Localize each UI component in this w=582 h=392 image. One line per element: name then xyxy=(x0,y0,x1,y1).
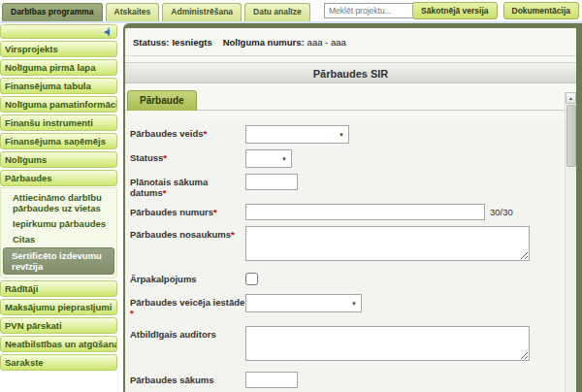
field-label: Pārbaudes veicēja iestāde xyxy=(130,297,244,308)
contract-number-value: aaa - aaa xyxy=(307,37,346,48)
field-parbaudes-sakums: Pārbaudes sākums xyxy=(130,372,565,388)
documentation-button[interactable]: Dokumentācija xyxy=(503,2,579,19)
field-label: Statuss xyxy=(130,152,163,163)
dropdown-arrow-icon: ▼ xyxy=(339,132,344,138)
statuss-select[interactable]: ▼ xyxy=(245,149,292,168)
original-version-button[interactable]: Sākotnējā versija xyxy=(412,2,497,19)
main-panel: Statuss:IesniegtsNolīguma numurs:aaa - a… xyxy=(123,23,582,392)
field-label: Pārbaudes numurs xyxy=(130,207,213,217)
required-marker: * xyxy=(213,207,217,217)
tab-darbibas-programma[interactable]: Darbības programma xyxy=(2,3,103,21)
sidebar-item-finansu-instrumenti[interactable]: Finanšu instrumenti xyxy=(0,114,117,131)
field-atbildigais-auditors: Atbildīgais auditors xyxy=(130,326,565,361)
parbaudes-sakums-input[interactable] xyxy=(245,372,298,388)
required-marker: * xyxy=(231,229,235,240)
field-statuss: Statuss* ▼ xyxy=(130,149,565,168)
field-label: Plānotais sākuma datums xyxy=(130,177,208,198)
arpakalpojums-checkbox[interactable] xyxy=(245,273,258,285)
tab-parbaude[interactable]: Pārbaude xyxy=(127,90,197,111)
field-arpakalpojums: Ārpakalpojums xyxy=(130,271,565,285)
field-parbaudes-veiceja-iestade: Pārbaudes veicēja iestāde * ▼ xyxy=(130,294,565,318)
field-parbaudes-numurs: Pārbaudes numurs* 30/30 xyxy=(130,204,565,220)
sidebar-item-pvn-parskati[interactable]: PVN pārskati xyxy=(0,317,117,334)
parbaude-form: Pārbaudes veids* ▼ Statuss* ▼ Plānotais … xyxy=(125,119,565,392)
required-marker: * xyxy=(163,152,167,163)
sidebar-parbaudes-submenu: Attiecināmo darbību pārbaudes uz vietas … xyxy=(0,187,117,278)
status-label: Statuss: xyxy=(133,37,169,48)
atbildigais-auditors-textarea[interactable] xyxy=(245,326,530,361)
field-label: Atbildīgais auditors xyxy=(130,329,216,340)
field-label: Pārbaudes sākums xyxy=(130,375,214,385)
sidebar-collapse-button[interactable]: ◀▏ xyxy=(0,24,117,39)
required-marker: * xyxy=(163,187,167,198)
field-planotais-sakuma-datums: Plānotais sākuma datums* xyxy=(130,174,565,198)
planotais-sakuma-datums-input[interactable] xyxy=(245,174,298,190)
tab-atskaites[interactable]: Atskaites xyxy=(106,3,160,21)
sidebar-item-neatbilstibas-un-atgusana[interactable]: Neatbilstības un atgūšana xyxy=(0,336,117,352)
status-value: Iesniegts xyxy=(172,37,211,48)
field-parbaudes-veids: Pārbaudes veids* ▼ xyxy=(130,125,565,144)
sidebar-item-finansejuma-tabula[interactable]: Finansējuma tabula xyxy=(0,78,117,94)
vertical-scrollbar[interactable]: ▲ xyxy=(565,92,576,392)
scroll-up-button[interactable]: ▲ xyxy=(566,92,576,104)
top-buttons: Sākotnējā versija Dokumentācija xyxy=(412,2,579,19)
char-counter: 30/30 xyxy=(490,207,513,217)
sidebar-item-noliguma-pamatinformacija[interactable]: Nolīguma pamatinformācija xyxy=(0,96,117,113)
sidebar-subitem-citas[interactable]: Citas xyxy=(1,231,116,246)
page-title: Pārbaudes SIR xyxy=(125,62,576,83)
sidebar-subitem-iepirkumu-parbaudes[interactable]: Iepirkumu pārbaudes xyxy=(1,215,116,231)
parbaudes-numurs-input[interactable] xyxy=(245,204,485,220)
sidebar-item-virsprojekts[interactable]: Virsprojekts xyxy=(0,41,117,57)
status-bar: Statuss:IesniegtsNolīguma numurs:aaa - a… xyxy=(125,28,576,56)
dropdown-arrow-icon: ▼ xyxy=(281,156,287,162)
dropdown-arrow-icon: ▼ xyxy=(351,301,357,307)
parbaudes-nosaukums-textarea[interactable] xyxy=(245,226,530,261)
field-label: Pārbaudes nosaukums xyxy=(130,229,231,240)
sidebar-item-sarakste[interactable]: Sarakste xyxy=(0,354,117,371)
sidebar-subitem-sertificeto-izdevumu-revizija[interactable]: Sertificēto izdevumu revīzija xyxy=(3,247,114,275)
sidebar-item-maksajumu-pieprasijumi[interactable]: Maksājumu pieprasījumi xyxy=(0,299,117,315)
sidebar-item-finansejuma-sanemejs[interactable]: Finansējuma saņēmējs xyxy=(0,133,117,149)
sidebar-item-noliguma-pirma-lapa[interactable]: Nolīguma pirmā lapa xyxy=(0,59,117,76)
field-label: Ārpakalpojums xyxy=(130,274,197,284)
required-marker: * xyxy=(130,308,134,318)
sidebar-subitem-attiecinamo-darbibu[interactable]: Attiecināmo darbību pārbaudes uz vietas xyxy=(1,189,116,215)
sidebar-item-parbaudes[interactable]: Pārbaudes xyxy=(0,170,117,186)
parbaudes-veids-select[interactable]: ▼ xyxy=(245,125,349,144)
sidebar-item-raditaji[interactable]: Rādītāji xyxy=(0,280,117,297)
required-marker: * xyxy=(204,128,208,139)
sidebar: ◀▏ Virsprojekts Nolīguma pirmā lapa Fina… xyxy=(0,24,118,371)
collapse-sidebar-icon: ◀▏ xyxy=(104,27,113,36)
scrollbar-thumb[interactable] xyxy=(566,105,576,167)
contract-number-label: Nolīguma numurs: xyxy=(223,37,305,48)
field-label: Pārbaudes veids xyxy=(130,128,204,139)
up-arrow-icon: ▲ xyxy=(568,95,573,101)
sidebar-item-noligums[interactable]: Nolīgums xyxy=(0,151,117,168)
parbaudes-veiceja-iestade-select[interactable]: ▼ xyxy=(245,294,362,312)
field-parbaudes-nosaukums: Pārbaudes nosaukums* xyxy=(130,226,565,261)
top-navigation: Darbības programma Atskaites Administrēš… xyxy=(0,0,582,23)
tab-datu-analize[interactable]: Datu analīze xyxy=(244,3,310,21)
tab-administresana[interactable]: Administrēšana xyxy=(162,3,242,21)
form-tab-strip: Pārbaude xyxy=(125,90,576,111)
